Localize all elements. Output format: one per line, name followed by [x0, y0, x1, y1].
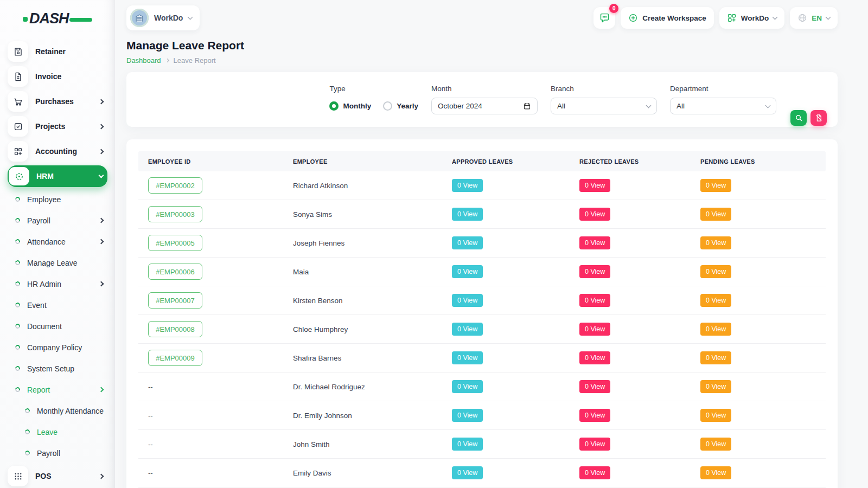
rejected-view-badge[interactable]: 0 View: [579, 351, 610, 364]
pending-leaves-cell: 0 View: [700, 323, 816, 336]
radio-monthly[interactable]: Monthly: [329, 101, 371, 111]
sidebar-item-document[interactable]: Document: [8, 316, 107, 337]
approved-leaves-cell: 0 View: [452, 351, 579, 364]
sidebar-item-pos[interactable]: POS: [8, 464, 107, 488]
sidebar-item-label: Purchases: [35, 97, 74, 106]
approved-view-badge[interactable]: 0 View: [452, 409, 483, 422]
sidebar-item-leave[interactable]: Leave: [8, 421, 107, 442]
pending-view-badge[interactable]: 0 View: [700, 438, 731, 451]
pending-view-badge[interactable]: 0 View: [700, 208, 731, 221]
sidebar-item-hrm[interactable]: HRM: [8, 165, 107, 187]
rejected-view-badge[interactable]: 0 View: [579, 208, 610, 221]
sidebar-item-label: Document: [27, 322, 62, 331]
app-logo[interactable]: DASH: [23, 8, 107, 29]
sidebar-item-invoice[interactable]: Invoice: [8, 64, 107, 89]
breadcrumb-dashboard-link[interactable]: Dashboard: [126, 56, 161, 65]
sidebar-item-retainer[interactable]: Retainer: [8, 39, 107, 64]
sidebar-item-report[interactable]: Report: [8, 379, 107, 400]
rejected-view-badge[interactable]: 0 View: [579, 466, 610, 479]
rejected-view-badge[interactable]: 0 View: [579, 265, 610, 278]
bullet-icon: [14, 217, 21, 223]
rejected-view-badge[interactable]: 0 View: [579, 409, 610, 422]
chevron-right-icon: [99, 124, 104, 129]
employee-id-chip[interactable]: #EMP00003: [148, 206, 202, 222]
pending-leaves-cell: 0 View: [700, 236, 816, 249]
branch-select[interactable]: All: [551, 98, 657, 114]
approved-view-badge[interactable]: 0 View: [452, 294, 483, 307]
page-title: Manage Leave Report: [126, 39, 838, 52]
employee-id-chip[interactable]: #EMP00005: [148, 235, 202, 251]
approved-leaves-cell: 0 View: [452, 323, 579, 336]
approved-leaves-cell: 0 View: [452, 179, 579, 192]
approved-view-badge[interactable]: 0 View: [452, 351, 483, 364]
chevron-right-icon: [99, 149, 104, 154]
approved-view-badge[interactable]: 0 View: [452, 265, 483, 278]
employee-id-cell: #EMP00008: [148, 321, 293, 337]
employee-id-chip[interactable]: #EMP00008: [148, 321, 202, 337]
sidebar-item-purchases[interactable]: Purchases: [8, 89, 107, 114]
approved-leaves-cell: 0 View: [452, 380, 579, 393]
approved-view-badge[interactable]: 0 View: [452, 438, 483, 451]
sidebar-item-monthly-attendance[interactable]: Monthly Attendance: [8, 400, 107, 421]
app-switcher-button[interactable]: WorkDo: [719, 7, 785, 29]
pending-view-badge[interactable]: 0 View: [700, 466, 731, 479]
chevron-down-icon: [765, 102, 771, 108]
table-row: #EMP00003 Sonya Sims 0 View 0 View 0 Vie…: [138, 200, 826, 229]
pending-view-badge[interactable]: 0 View: [700, 265, 731, 278]
rejected-view-badge[interactable]: 0 View: [579, 236, 610, 249]
pending-view-badge[interactable]: 0 View: [700, 351, 731, 364]
bullet-icon: [24, 450, 30, 456]
month-input[interactable]: October 2024: [431, 98, 538, 114]
branch-label: Branch: [551, 85, 657, 93]
sidebar-item-icon: [8, 466, 28, 486]
table-row: -- Dr. Michael Rodriguez 0 View 0 View 0…: [138, 373, 826, 401]
rejected-view-badge[interactable]: 0 View: [579, 380, 610, 393]
employee-id-cell: --: [148, 410, 293, 420]
employee-id-chip[interactable]: #EMP00007: [148, 292, 202, 309]
sidebar-item-label: Invoice: [35, 72, 61, 81]
rejected-view-badge[interactable]: 0 View: [579, 438, 610, 451]
pending-view-badge[interactable]: 0 View: [700, 323, 731, 336]
sidebar-item-payroll[interactable]: Payroll: [8, 210, 107, 231]
sidebar-item-payroll[interactable]: Payroll: [8, 442, 107, 464]
approved-view-badge[interactable]: 0 View: [452, 466, 483, 479]
radio-yearly[interactable]: Yearly: [383, 101, 418, 111]
language-selector[interactable]: EN: [790, 7, 838, 29]
messages-button[interactable]: 0: [593, 7, 615, 29]
pending-view-badge[interactable]: 0 View: [700, 409, 731, 422]
department-select[interactable]: All: [670, 98, 776, 114]
sidebar-item-hr-admin[interactable]: HR Admin: [8, 273, 107, 294]
pending-view-badge[interactable]: 0 View: [700, 179, 731, 192]
create-workspace-button[interactable]: Create Workspace: [621, 7, 714, 29]
workspace-switcher[interactable]: WorkDo: [126, 5, 200, 30]
approved-view-badge[interactable]: 0 View: [452, 208, 483, 221]
approved-view-badge[interactable]: 0 View: [452, 179, 483, 192]
employee-id-chip[interactable]: #EMP00009: [148, 350, 202, 366]
sidebar-item-projects[interactable]: Projects: [8, 114, 107, 139]
pending-view-badge[interactable]: 0 View: [700, 380, 731, 393]
sidebar-item-company-policy[interactable]: Company Policy: [8, 337, 107, 358]
approved-view-badge[interactable]: 0 View: [452, 236, 483, 249]
rejected-view-badge[interactable]: 0 View: [579, 323, 610, 336]
sidebar-item-event[interactable]: Event: [8, 294, 107, 316]
employee-id-chip[interactable]: #EMP00006: [148, 264, 202, 280]
table-row: -- Emily Davis 0 View 0 View 0 View: [138, 459, 826, 487]
rejected-view-badge[interactable]: 0 View: [579, 294, 610, 307]
employee-id-chip[interactable]: #EMP00002: [148, 177, 202, 194]
pending-view-badge[interactable]: 0 View: [700, 294, 731, 307]
sidebar-item-attendance[interactable]: Attendance: [8, 231, 107, 252]
reset-button[interactable]: [810, 110, 827, 126]
sidebar-item-accounting[interactable]: Accounting: [8, 139, 107, 164]
chevron-right-icon: [99, 387, 104, 393]
file-slash-icon: [815, 114, 823, 122]
pending-view-badge[interactable]: 0 View: [700, 236, 731, 249]
sidebar-item-employee[interactable]: Employee: [8, 189, 107, 210]
approved-view-badge[interactable]: 0 View: [452, 323, 483, 336]
approved-view-badge[interactable]: 0 View: [452, 380, 483, 393]
logo-accent-bar: [69, 18, 92, 22]
rejected-view-badge[interactable]: 0 View: [579, 179, 610, 192]
search-button[interactable]: [790, 110, 807, 126]
pending-leaves-cell: 0 View: [700, 294, 816, 307]
sidebar-item-system-setup[interactable]: System Setup: [8, 358, 107, 379]
sidebar-item-manage-leave[interactable]: Manage Leave: [8, 252, 107, 273]
